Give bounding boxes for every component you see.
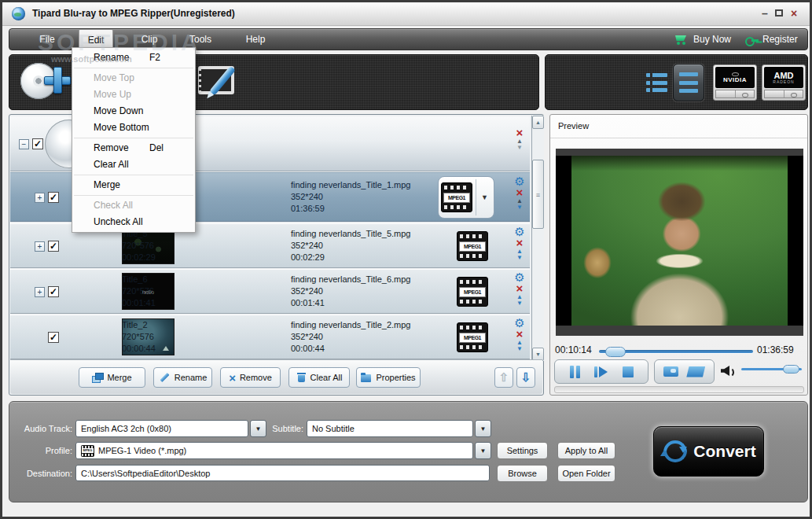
remove-row-icon[interactable]: × (513, 283, 527, 294)
app-logo-icon (12, 7, 25, 20)
source-resolution: 720*576 (122, 240, 156, 252)
rename-button[interactable]: Rename (153, 367, 212, 388)
row-checkbox[interactable]: ✓ (48, 192, 59, 203)
profile-label: Profile: (11, 442, 72, 459)
seek-thumb[interactable] (605, 347, 626, 357)
amd-toggle[interactable]: AMD RADEON (762, 64, 806, 101)
move-down-icon[interactable]: ▼ (513, 300, 527, 307)
profile-selector[interactable]: MPEG1 ▼ (438, 176, 494, 219)
list-action-bar: Merge Rename × Remove Clear All Properti… (10, 359, 542, 394)
speaker-icon[interactable] (721, 365, 734, 377)
x-icon: × (229, 373, 236, 383)
play-step-button[interactable] (594, 366, 608, 377)
close-button[interactable]: × (788, 7, 800, 20)
stop-button[interactable] (623, 366, 634, 377)
row-expander[interactable]: + (35, 193, 45, 203)
remove-row-icon[interactable]: × (513, 237, 527, 248)
title-row[interactable]: + ✓ Title_6 720*576 00:01:41 finding nev… (10, 269, 530, 314)
fullscreen-button[interactable] (686, 366, 705, 377)
menu-item-merge[interactable]: Merge (72, 177, 195, 193)
nvidia-cuda-toggle[interactable]: NVIDIA (713, 64, 757, 101)
subtitle-select[interactable]: No Subtitle (307, 420, 473, 437)
menu-file[interactable]: File (31, 29, 63, 50)
disc-checkbox[interactable]: ✓ (32, 138, 43, 149)
settings-button[interactable]: Settings (497, 442, 548, 459)
profile-dropdown-arrow[interactable]: ▼ (476, 179, 493, 215)
output-filename: finding neverlands_Title_6.mpg (291, 274, 410, 285)
remove-disc-icon[interactable]: × (513, 127, 527, 138)
snapshot-button[interactable] (663, 366, 678, 377)
row-checkbox[interactable]: ✓ (48, 332, 59, 343)
title-row[interactable]: ✓ Title_2 720*576 00:00:44 finding never… (10, 315, 530, 359)
move-down-icon[interactable]: ▼ (513, 255, 527, 261)
profile-dropdown-arrow[interactable]: ▼ (475, 442, 491, 459)
remove-row-icon[interactable]: × (513, 329, 527, 340)
convert-sync-icon (661, 439, 686, 464)
play-icon (599, 366, 608, 377)
capture-controls (654, 359, 715, 384)
audio-track-dropdown-arrow[interactable]: ▼ (250, 420, 266, 437)
menu-separator (74, 175, 193, 175)
volume-slider[interactable] (741, 364, 802, 374)
convert-button[interactable]: Convert (653, 426, 764, 477)
minimize-button[interactable]: – (759, 7, 771, 20)
list-view-large-button[interactable] (673, 64, 704, 101)
buy-now-link[interactable]: Buy Now (693, 29, 731, 50)
app-window: Tipard Blu-ray to MPEG Ripper(Unregister… (0, 0, 812, 519)
output-resolution: 352*240 (291, 240, 410, 252)
output-duration: 00:01:41 (291, 297, 410, 309)
menu-help[interactable]: Help (239, 29, 272, 50)
pause-button[interactable] (570, 366, 580, 378)
menu-separator (74, 195, 193, 196)
menu-item-move-down[interactable]: Move Down (72, 103, 195, 120)
playback-controls (554, 359, 648, 384)
move-down-icon[interactable]: ▼ (513, 346, 527, 352)
current-time: 00:10:14 (555, 344, 592, 355)
merge-button[interactable]: Merge (79, 367, 145, 388)
scrollbar-thumb[interactable]: ≡ (532, 160, 544, 229)
menu-item-rename[interactable]: RenameF2 (72, 50, 195, 66)
list-view-small-button[interactable] (646, 73, 667, 92)
volume-thumb[interactable] (783, 365, 799, 374)
move-title-up-button[interactable]: ⇧ (494, 367, 513, 388)
menu-item-clear-all[interactable]: Clear All (72, 156, 195, 173)
row-checkbox[interactable]: ✓ (48, 241, 59, 252)
pencil-icon (159, 372, 171, 383)
register-link[interactable]: Register (762, 29, 798, 50)
subtitle-label: Subtitle: (267, 420, 303, 437)
row-expander[interactable]: + (35, 241, 45, 252)
collapse-expander[interactable]: − (19, 139, 29, 149)
move-down-icon[interactable]: ▼ (513, 204, 527, 211)
list-scrollbar[interactable]: ▲ ≡ ▼ (531, 116, 544, 361)
edit-video-button[interactable] (189, 55, 252, 109)
remove-button[interactable]: × Remove (220, 367, 281, 388)
apply-to-all-button[interactable]: Apply to All (557, 442, 615, 459)
output-filename: finding neverlands_Title_2.mpg (291, 319, 410, 331)
properties-icon (361, 373, 372, 382)
menu-separator (74, 68, 193, 68)
audio-track-select[interactable]: English AC3 2ch (0x80) (75, 420, 248, 437)
seek-slider[interactable] (599, 346, 753, 357)
move-title-down-button[interactable]: ⇩ (516, 367, 535, 388)
maximize-button[interactable] (773, 7, 785, 20)
scroll-up-button[interactable]: ▲ (532, 116, 544, 129)
video-frame (571, 156, 788, 326)
destination-input[interactable] (75, 465, 490, 481)
row-expander[interactable]: + (35, 287, 45, 297)
remove-row-icon[interactable]: × (513, 187, 527, 198)
menu-item-move-bottom[interactable]: Move Bottom (72, 120, 195, 136)
menu-item-remove[interactable]: RemoveDel (72, 140, 195, 156)
pause-icon (570, 366, 574, 378)
row-checkbox[interactable]: ✓ (48, 286, 59, 297)
browse-button[interactable]: Browse (497, 465, 548, 482)
profile-select[interactable]: MPEG MPEG-1 Video (*.mpg) (75, 442, 473, 459)
total-time: 01:36:59 (757, 344, 794, 355)
open-folder-button[interactable]: Open Folder (557, 465, 615, 482)
move-down-icon[interactable]: ▼ (513, 145, 527, 151)
video-viewport[interactable] (556, 149, 803, 336)
subtitle-dropdown-arrow[interactable]: ▼ (475, 420, 491, 437)
menu-item-move-up: Move Up (72, 86, 195, 103)
clear-all-button[interactable]: Clear All (288, 367, 350, 388)
properties-button[interactable]: Properties (356, 367, 421, 388)
menu-item-uncheck-all[interactable]: Uncheck All (72, 214, 195, 230)
